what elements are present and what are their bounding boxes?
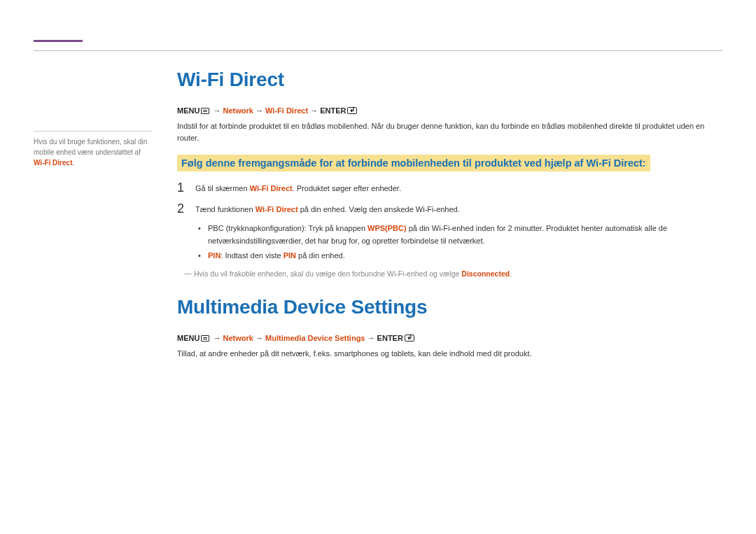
arrow1: → (211, 106, 223, 115)
step2-body: Tænd funktionen Wi-Fi Direct på din enhe… (195, 202, 460, 216)
enter-icon (347, 107, 357, 114)
menu-p2: Wi-Fi Direct (265, 106, 308, 115)
step1-num: 1 (177, 181, 195, 194)
steps-list: 1 Gå til skærmen Wi-Fi Direct. Produktet… (177, 181, 722, 216)
step-1: 1 Gå til skærmen Wi-Fi Direct. Produktet… (177, 181, 722, 195)
footnote-hl: Disconnected (461, 269, 510, 278)
step-2: 2 Tænd funktionen Wi-Fi Direct på din en… (177, 202, 722, 216)
section1-footnote: Hvis du vil frakoble enheden, skal du væ… (184, 269, 722, 278)
section1-intro: Indstil for at forbinde produktet til en… (177, 120, 722, 143)
menu-label: MENU (177, 106, 200, 115)
step1-post: . Produktet søger efter enheder. (293, 184, 401, 192)
arrow2-2: → (253, 334, 265, 342)
step2-post: på din enhed. Vælg den ønskede Wi-Fi-enh… (298, 205, 460, 213)
sidebar-rule (34, 131, 153, 132)
menu-p1: Network (223, 106, 253, 115)
step1-pre: Gå til skærmen (195, 184, 250, 192)
header-rule (34, 50, 722, 51)
step1-hl: Wi-Fi Direct (250, 184, 293, 192)
arrow2-1: → (211, 334, 223, 342)
menu2-p1: Network (223, 334, 253, 342)
sub-bullets: PBC (trykknapkonfiguration): Tryk på kna… (198, 223, 722, 262)
bullet-pin: PIN: Indtast den viste PIN på din enhed. (198, 250, 722, 262)
section2-menu-path: MENU → Network → Multimedia Device Setti… (177, 334, 722, 342)
step2-pre: Tænd funktionen (195, 205, 255, 213)
bullet2-mid: : Indtast den viste (220, 251, 283, 260)
bullet1-pre: PBC (trykknapkonfiguration): Tryk på kna… (208, 224, 368, 232)
section1-title: Wi-Fi Direct (177, 69, 722, 91)
sidebar-note-hl: Wi-Fi Direct (34, 159, 72, 167)
sidebar-note-suffix: . (72, 159, 74, 167)
menu-icon (201, 108, 209, 114)
sidebar-note-prefix: Hvis du vil bruge funktionen, skal din m… (34, 138, 147, 156)
step2-hl: Wi-Fi Direct (255, 205, 298, 213)
section2-intro: Tillad, at andre enheder på dit netværk,… (177, 348, 722, 360)
enter-icon (405, 335, 414, 342)
header-accent (34, 40, 83, 42)
section1-highlight: Følg denne fremgangsmåde for at forbinde… (177, 155, 650, 171)
arrow3: → (308, 106, 320, 115)
section1-menu-path: MENU → Network → Wi-Fi Direct → ENTER (177, 106, 722, 115)
step2-num: 2 (177, 202, 195, 215)
section2-title: Multimedia Device Settings (177, 296, 722, 318)
enter-label: ENTER (320, 106, 346, 115)
sidebar-note: Hvis du vil bruge funktionen, skal din m… (34, 136, 153, 168)
bullet2-hl2: PIN (284, 251, 296, 260)
menu2-label: MENU (177, 334, 200, 342)
menu-icon (201, 335, 209, 342)
menu2-p2: Multimedia Device Settings (265, 334, 365, 342)
arrow2-3: → (365, 334, 377, 342)
footnote-post: . (510, 269, 512, 278)
main-content: Wi-Fi Direct MENU → Network → Wi-Fi Dire… (177, 69, 722, 370)
page: Hvis du vil bruge funktionen, skal din m… (0, 0, 756, 534)
bullet-pbc: PBC (trykknapkonfiguration): Tryk på kna… (198, 223, 722, 247)
bullet1-hl: WPS(PBC) (368, 224, 407, 232)
enter2-label: ENTER (377, 334, 403, 342)
bullet2-hl1: PIN (208, 251, 220, 260)
footnote-pre: Hvis du vil frakoble enheden, skal du væ… (194, 269, 461, 278)
arrow2: → (253, 106, 265, 115)
bullet2-post: på din enhed. (296, 251, 345, 260)
section2: Multimedia Device Settings MENU → Networ… (177, 296, 722, 360)
step1-body: Gå til skærmen Wi-Fi Direct. Produktet s… (195, 181, 401, 195)
